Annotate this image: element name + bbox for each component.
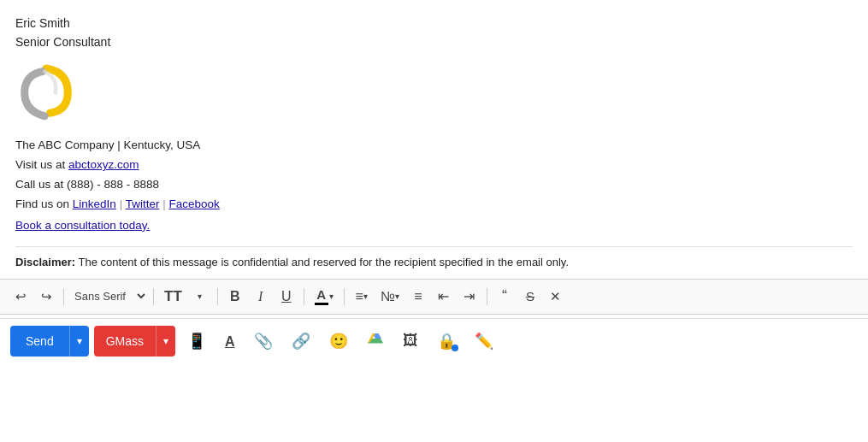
attach-button[interactable]: 📎: [247, 326, 280, 357]
font-size-control: TT ▾: [159, 285, 212, 309]
facebook-link[interactable]: Facebook: [168, 197, 219, 210]
disclaimer-text: The content of this message is confident…: [78, 256, 569, 268]
pipe-1: |: [120, 197, 126, 210]
indent-less-button[interactable]: ⇤: [432, 285, 456, 309]
text-formatting-button[interactable]: A: [218, 326, 242, 357]
visit-label: Visit us at: [15, 158, 65, 171]
find-label: Find us on: [15, 197, 69, 210]
link-button[interactable]: 🔗: [285, 326, 317, 357]
separator-3: [217, 288, 218, 305]
mobile-icon: 📱: [187, 332, 206, 351]
clear-format-button[interactable]: ✕: [544, 285, 568, 309]
mobile-format-button[interactable]: 📱: [180, 326, 213, 357]
indent-more-icon: ⇥: [464, 288, 475, 304]
font-size-button[interactable]: TT: [159, 285, 187, 309]
font-color-icon: A: [315, 287, 328, 305]
company-info: The ABC Company | Kentucky, USA Visit us…: [15, 136, 853, 236]
font-color-button[interactable]: A ▾: [310, 285, 339, 309]
disclaimer: Disclaimer: The content of this message …: [15, 246, 853, 272]
separator-5: [344, 288, 345, 305]
image-button[interactable]: 🖼: [396, 326, 425, 357]
numbered-list-icon: №: [381, 289, 395, 304]
sender-name: Eric Smith: [15, 14, 853, 32]
pencil-icon: ✏️: [475, 332, 493, 351]
undo-icon: ↩: [15, 289, 27, 304]
send-button[interactable]: Send: [10, 326, 69, 357]
lock-badge-dot: [452, 345, 458, 351]
company-name: The ABC Company | Kentucky, USA: [15, 136, 853, 156]
lock-badge: 🔒: [437, 332, 456, 351]
attach-icon: 📎: [254, 332, 273, 351]
bullet-list-button[interactable]: ≡: [406, 285, 430, 309]
disclaimer-label: Disclaimer:: [15, 256, 75, 268]
undo-button[interactable]: ↩: [9, 285, 32, 309]
sender-title: Senior Consultant: [15, 32, 853, 51]
redo-icon: ↪: [41, 289, 52, 304]
emoji-icon: 🙂: [329, 332, 348, 351]
quote-icon: “: [502, 287, 507, 305]
link-icon: 🔗: [292, 332, 310, 351]
emoji-button[interactable]: 🙂: [322, 326, 355, 357]
quote-button[interactable]: “: [493, 285, 517, 309]
linkedin-link[interactable]: LinkedIn: [73, 197, 116, 210]
separator-4: [304, 288, 304, 305]
drive-icon: [367, 330, 384, 351]
separator-2: [153, 288, 154, 305]
strikethrough-button[interactable]: S: [518, 285, 542, 309]
gmass-dropdown-button[interactable]: ▾: [156, 326, 175, 357]
website-link[interactable]: abctoxyz.com: [68, 158, 139, 171]
indent-more-button[interactable]: ⇥: [458, 285, 481, 309]
strikethrough-icon: S: [526, 289, 534, 304]
signature-button[interactable]: ✏️: [468, 326, 500, 357]
separator-6: [487, 288, 487, 305]
visit-line: Visit us at abctoxyz.com: [15, 156, 853, 175]
consultation-link[interactable]: Book a consultation today.: [15, 216, 853, 236]
font-size-dropdown[interactable]: ▾: [188, 285, 212, 309]
gmass-button[interactable]: GMass: [94, 326, 156, 357]
italic-button[interactable]: I: [249, 285, 273, 309]
lock-button[interactable]: 🔒: [430, 326, 463, 357]
social-line: Find us on LinkedIn | Twitter | Facebook: [15, 195, 853, 215]
bottom-toolbar: Send ▾ GMass ▾ 📱 A 📎 🔗 🙂: [0, 318, 868, 363]
numbered-list-button[interactable]: № ▾: [375, 285, 404, 309]
underline-button[interactable]: U: [275, 285, 298, 309]
email-body: Eric Smith Senior Consultant The ABC Com…: [0, 0, 868, 272]
image-icon: 🖼: [403, 332, 418, 350]
send-dropdown-button[interactable]: ▾: [69, 326, 89, 357]
formatting-toolbar: ↩ ↪ Sans Serif Serif Monospace TT ▾ B I …: [0, 279, 868, 315]
send-group: Send ▾: [10, 326, 89, 357]
redo-button[interactable]: ↪: [34, 285, 58, 309]
indent-less-icon: ⇤: [438, 288, 449, 304]
text-format-icon: A: [225, 331, 235, 351]
clear-format-icon: ✕: [550, 289, 561, 304]
company-logo: [15, 61, 853, 127]
bullet-list-icon: ≡: [414, 289, 422, 304]
font-family-select[interactable]: Sans Serif Serif Monospace: [69, 287, 148, 305]
separator-1: [63, 288, 64, 305]
gmass-group: GMass ▾: [94, 326, 175, 357]
align-button[interactable]: ≡ ▾: [350, 285, 374, 309]
align-icon: ≡: [356, 289, 363, 304]
call-line: Call us at (888) - 888 - 8888: [15, 175, 853, 195]
twitter-link[interactable]: Twitter: [126, 197, 160, 210]
bold-button[interactable]: B: [223, 285, 247, 309]
drive-button[interactable]: [360, 326, 391, 357]
